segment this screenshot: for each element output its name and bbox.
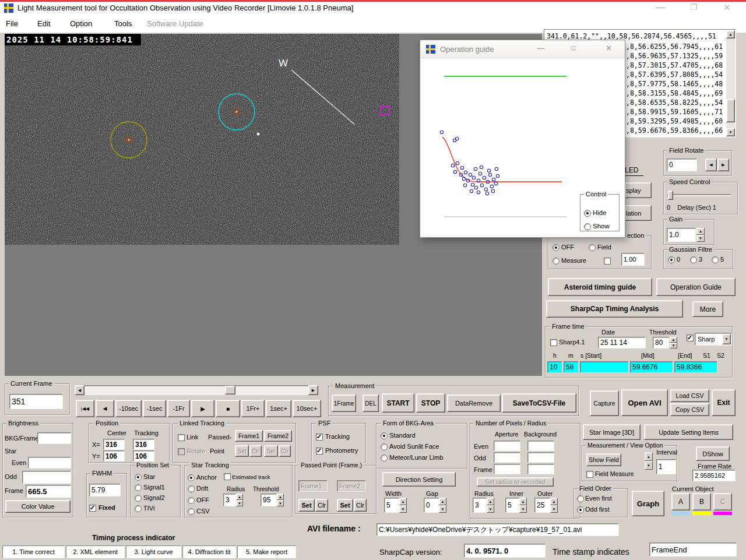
star-odd-input[interactable]: [22, 471, 71, 484]
x-tracking-input[interactable]: 316: [133, 439, 154, 450]
stop-button[interactable]: STOP: [416, 393, 445, 413]
save-to-csv-button[interactable]: SaveToCSV-File: [502, 393, 576, 413]
operation-guide-button[interactable]: Operation Guide: [656, 278, 736, 296]
even-aperture-input[interactable]: [494, 441, 520, 451]
time-mid-field[interactable]: 59.6676: [630, 361, 673, 373]
frame-background-input[interactable]: [527, 464, 554, 474]
time-start-field[interactable]: [580, 361, 629, 373]
maximize-icon[interactable]: □: [571, 44, 575, 52]
current-frame-input[interactable]: 351: [9, 394, 63, 409]
gaussian-0-radio[interactable]: [668, 256, 675, 263]
minus-1sec-button[interactable]: -1sec: [143, 400, 166, 417]
menu-edit[interactable]: Edit: [37, 20, 50, 27]
point-set2-button[interactable]: Set: [264, 445, 278, 457]
plus-10sec-button[interactable]: 10sec+: [293, 400, 321, 417]
scroll-up-icon[interactable]: ▲: [726, 30, 735, 38]
outer-spinner[interactable]: ▲▼: [550, 498, 558, 513]
point-set1-button[interactable]: Set: [235, 445, 249, 457]
width-input[interactable]: 5: [384, 498, 399, 513]
passed-frame1-button[interactable]: Frame1: [235, 430, 263, 442]
passed2-clr-button[interactable]: Clr: [354, 499, 367, 512]
menu-file[interactable]: File: [6, 20, 18, 27]
graph-button[interactable]: Graph: [632, 491, 664, 516]
threshold-input[interactable]: 80: [653, 337, 669, 348]
correction-value-field[interactable]: 1.00: [621, 253, 645, 266]
passed2-set-button[interactable]: Set: [337, 499, 353, 512]
csv-scrollbar[interactable]: ▲ ▼: [726, 30, 735, 136]
open-avi-button[interactable]: Open AVI: [621, 389, 668, 416]
exit-button[interactable]: Exit: [712, 389, 736, 416]
del-button[interactable]: DEL: [363, 395, 379, 412]
sharp41-checkbox[interactable]: [550, 339, 557, 346]
operation-guide-titlebar[interactable]: Operation guide — □ ✕: [420, 40, 625, 58]
spin-up-icon[interactable]: ▲: [487, 498, 494, 505]
spin-up-icon[interactable]: ▲: [519, 498, 527, 505]
set-radius-button[interactable]: Set radius to recorded: [477, 477, 554, 487]
width-spinner[interactable]: ▲▼: [399, 498, 407, 513]
odd-background-input[interactable]: [527, 452, 554, 463]
show-radio[interactable]: [584, 223, 591, 230]
correction-measure-checkbox[interactable]: [604, 258, 611, 265]
copy-csv-button[interactable]: Copy CSV: [670, 403, 709, 416]
point-clr1-button[interactable]: Clr: [249, 445, 262, 457]
operation-guide-window[interactable]: Operation guide — □ ✕ Control Hide Show: [420, 40, 625, 238]
posset-signal1-radio[interactable]: [135, 484, 142, 491]
minus-1frame-button[interactable]: -1Fr: [167, 400, 190, 417]
inner-input[interactable]: 5: [505, 498, 519, 513]
avi-filename-input[interactable]: C:¥Users¥yhide¥OneDrive¥デスクトップ¥capture¥1…: [376, 523, 619, 536]
gaussian-5-radio[interactable]: [712, 256, 719, 263]
show-field-button[interactable]: Show Field: [586, 453, 621, 466]
spin-up-icon[interactable]: ▲: [399, 498, 407, 505]
sharp-checkbox[interactable]: [687, 334, 694, 341]
spin-down-icon[interactable]: ▼: [399, 505, 407, 513]
video-frame[interactable]: W: [5, 34, 399, 245]
tracking-off-radio[interactable]: [188, 497, 195, 504]
close-icon[interactable]: ✕: [723, 3, 731, 11]
more-button[interactable]: More: [692, 301, 723, 317]
y-center-input[interactable]: 106: [103, 450, 125, 462]
load-csv-button[interactable]: Load CSV: [670, 389, 709, 402]
psf-tracking-checkbox[interactable]: [316, 434, 323, 441]
data-remove-button[interactable]: DataRemove: [447, 395, 501, 412]
field-rotate-right-icon[interactable]: ▶: [717, 159, 729, 171]
psf-photometry-checkbox[interactable]: [316, 448, 323, 455]
csv-scrollbar-thumb[interactable]: [726, 99, 735, 122]
date-input[interactable]: 25 11 14: [598, 337, 646, 348]
gap-spinner[interactable]: ▲▼: [439, 498, 446, 513]
spin-up-icon[interactable]: ▲: [670, 337, 677, 343]
fwhm-fixed-checkbox[interactable]: [89, 505, 96, 512]
radius-input[interactable]: 3: [473, 498, 487, 513]
one-frame-button[interactable]: 1Frame: [332, 395, 356, 412]
radius-spinner[interactable]: ▲▼: [487, 498, 494, 513]
plus-1frame-button[interactable]: 1Fr+: [241, 400, 265, 417]
asteroid-timing-guide-button[interactable]: Asteroid timing guide: [548, 278, 652, 296]
chevron-down-icon[interactable]: ▼: [722, 334, 731, 344]
time-h-field[interactable]: 10: [547, 361, 562, 373]
menu-option[interactable]: Option: [70, 20, 92, 27]
field-rotate-input[interactable]: 0: [667, 159, 697, 171]
star-even-input[interactable]: [28, 457, 71, 469]
spin-up-icon[interactable]: ▲: [550, 498, 558, 505]
close-icon[interactable]: ✕: [606, 44, 612, 52]
minimize-icon[interactable]: —: [537, 44, 544, 52]
spin-up-icon[interactable]: ▲: [439, 498, 446, 505]
y-tracking-input[interactable]: 106: [133, 450, 154, 462]
object-c-button[interactable]: C: [713, 493, 732, 510]
spin-down-icon[interactable]: ▼: [519, 505, 527, 513]
sharp-combobox[interactable]: Sharp ▼: [695, 333, 732, 346]
correction-field-radio[interactable]: [589, 244, 596, 251]
meteor-limb-radio[interactable]: [381, 455, 388, 462]
outer-input[interactable]: 25: [534, 498, 550, 513]
color-value-button[interactable]: Color Value: [5, 500, 71, 513]
scroll-down-icon[interactable]: ▼: [726, 128, 735, 136]
simulation-button[interactable]: lation: [625, 205, 652, 221]
posset-tivi-radio[interactable]: [135, 505, 142, 512]
capture-button[interactable]: Capture: [590, 390, 619, 416]
maximize-icon[interactable]: ❐: [690, 3, 698, 11]
object-a-button[interactable]: A: [671, 493, 690, 510]
even-first-radio[interactable]: [577, 495, 584, 502]
gain-spinner[interactable]: ▲▼: [696, 228, 705, 242]
sharpcap-timing-analysis-button[interactable]: SharpCap Timing Analysis: [546, 300, 683, 318]
menu-software-update[interactable]: Software Update: [147, 20, 203, 27]
trackbar-left-icon[interactable]: ◀: [75, 385, 85, 395]
